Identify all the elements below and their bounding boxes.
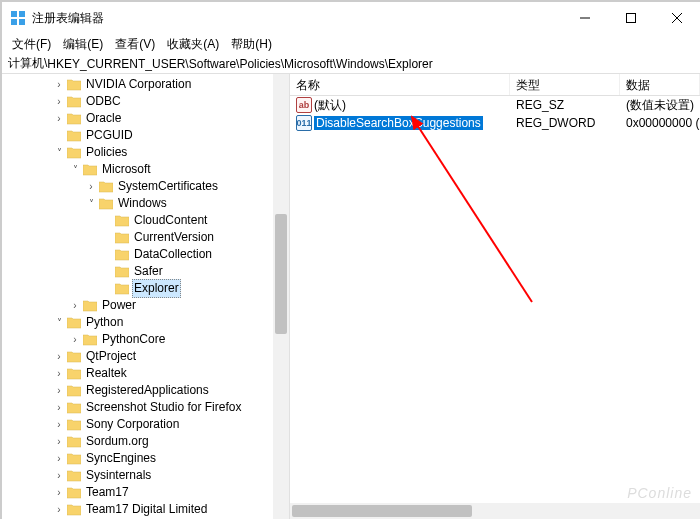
tree-item[interactable]: ›Sony Corporation [4,416,289,433]
tree-item[interactable]: Safer [4,263,289,280]
folder-icon [82,163,98,177]
svg-rect-1 [19,11,25,17]
list-row[interactable]: ab(默认)REG_SZ(数值未设置) [290,96,700,114]
chevron-down-icon[interactable]: ˅ [52,144,66,161]
list-row[interactable]: 011DisableSearchBoxSuggestionsREG_DWORD0… [290,114,700,132]
svg-rect-3 [19,19,25,25]
menu-help[interactable]: 帮助(H) [225,34,278,55]
chevron-right-icon[interactable]: › [52,93,66,110]
tree-item[interactable]: ›Team17 Digital Limited [4,501,289,518]
chevron-right-icon[interactable]: › [52,501,66,518]
chevron-right-icon[interactable]: › [52,416,66,433]
chevron-right-icon[interactable]: › [52,484,66,501]
folder-icon [66,350,82,364]
chevron-right-icon[interactable]: › [52,110,66,127]
menu-edit[interactable]: 编辑(E) [57,34,109,55]
chevron-right-icon[interactable]: › [84,178,98,195]
chevron-right-icon[interactable]: › [68,331,82,348]
scroll-corner [684,503,700,519]
chevron-right-icon[interactable]: › [52,450,66,467]
tree-item-label: DataCollection [132,246,214,263]
dword-value-icon: 011 [296,115,312,131]
tree-item[interactable]: ˅Windows [4,195,289,212]
list-body[interactable]: ab(默认)REG_SZ(数值未设置)011DisableSearchBoxSu… [290,96,700,132]
tree-item-label: SystemCertificates [116,178,220,195]
list-pane: 名称 类型 数据 ab(默认)REG_SZ(数值未设置)011DisableSe… [290,74,700,519]
folder-icon [114,248,130,262]
tree-item-label: Explorer [132,279,181,298]
chevron-right-icon[interactable]: › [52,76,66,93]
tree-item[interactable]: ›Team17 [4,484,289,501]
chevron-right-icon[interactable]: › [52,399,66,416]
tree-item[interactable]: DataCollection [4,246,289,263]
tree-item[interactable]: ›NVIDIA Corporation [4,76,289,93]
tree-item[interactable]: Explorer [4,280,289,297]
tree-item[interactable]: PCGUID [4,127,289,144]
titlebar: 注册表编辑器 [2,2,700,34]
minimize-button[interactable] [562,2,608,34]
list-scrollbar-h[interactable] [290,503,684,519]
tree-scrollbar-thumb[interactable] [275,214,287,334]
folder-icon [82,299,98,313]
tree-scrollbar[interactable] [273,74,289,519]
tree-item[interactable]: ›PythonCore [4,331,289,348]
tree-item[interactable]: ˅Microsoft [4,161,289,178]
tree-item-label: QtProject [84,348,138,365]
tree-item[interactable]: ›Power [4,297,289,314]
tree-item[interactable]: ›QtProject [4,348,289,365]
tree-item[interactable]: ›SystemCertificates [4,178,289,195]
maximize-button[interactable] [608,2,654,34]
cell-data: 0x00000000 (0) [620,116,700,130]
chevron-right-icon[interactable]: › [52,467,66,484]
tree-item[interactable]: ›RegisteredApplications [4,382,289,399]
value-name: (默认) [314,97,346,114]
chevron-down-icon[interactable]: ˅ [84,195,98,212]
chevron-right-icon[interactable]: › [52,433,66,450]
tree-item[interactable]: ˅Policies [4,144,289,161]
tree-item[interactable]: ˅Python [4,314,289,331]
tree-item-label: Python [84,314,125,331]
tree-item-label: Windows [116,195,169,212]
regedit-icon [10,10,26,26]
tree-item[interactable]: ›Screenshot Studio for Firefox [4,399,289,416]
tree-item[interactable]: ›SyncEngines [4,450,289,467]
tree-item-label: Sony Corporation [84,416,181,433]
col-header-name[interactable]: 名称 [290,74,510,95]
tree-item[interactable]: ›Oracle [4,110,289,127]
menu-view[interactable]: 查看(V) [109,34,161,55]
list-header: 名称 类型 数据 [290,74,700,96]
address-bar[interactable]: 计算机\HKEY_CURRENT_USER\Software\Policies\… [2,54,700,74]
folder-icon [66,486,82,500]
menu-favorites[interactable]: 收藏夹(A) [161,34,225,55]
folder-icon [66,367,82,381]
folder-icon [66,401,82,415]
cell-type: REG_SZ [510,98,620,112]
cell-name: ab(默认) [290,97,510,114]
tree-item[interactable]: ›Sordum.org [4,433,289,450]
tree-item[interactable]: ›Realtek [4,365,289,382]
tree-item[interactable]: CurrentVersion [4,229,289,246]
chevron-right-icon[interactable]: › [68,297,82,314]
folder-icon [114,282,130,296]
tree-item[interactable]: ›Sysinternals [4,467,289,484]
menu-file[interactable]: 文件(F) [6,34,57,55]
tree-item[interactable]: CloudContent [4,212,289,229]
tree-item[interactable]: ›ODBC [4,93,289,110]
chevron-right-icon[interactable]: › [52,382,66,399]
close-button[interactable] [654,2,700,34]
tree-item-label: NVIDIA Corporation [84,76,193,93]
col-header-data[interactable]: 数据 [620,74,700,95]
tree[interactable]: ›NVIDIA Corporation›ODBC›OraclePCGUID˅Po… [2,74,289,519]
folder-icon [66,503,82,517]
chevron-down-icon[interactable]: ˅ [68,161,82,178]
tree-item-label: CloudContent [132,212,209,229]
folder-icon [66,78,82,92]
col-header-type[interactable]: 类型 [510,74,620,95]
list-scrollbar-h-thumb[interactable] [292,505,472,517]
chevron-down-icon[interactable]: ˅ [52,314,66,331]
chevron-right-icon[interactable]: › [52,365,66,382]
chevron-right-icon[interactable]: › [52,348,66,365]
svg-rect-0 [11,11,17,17]
folder-icon [66,316,82,330]
tree-item-label: Team17 Digital Limited [84,501,209,518]
